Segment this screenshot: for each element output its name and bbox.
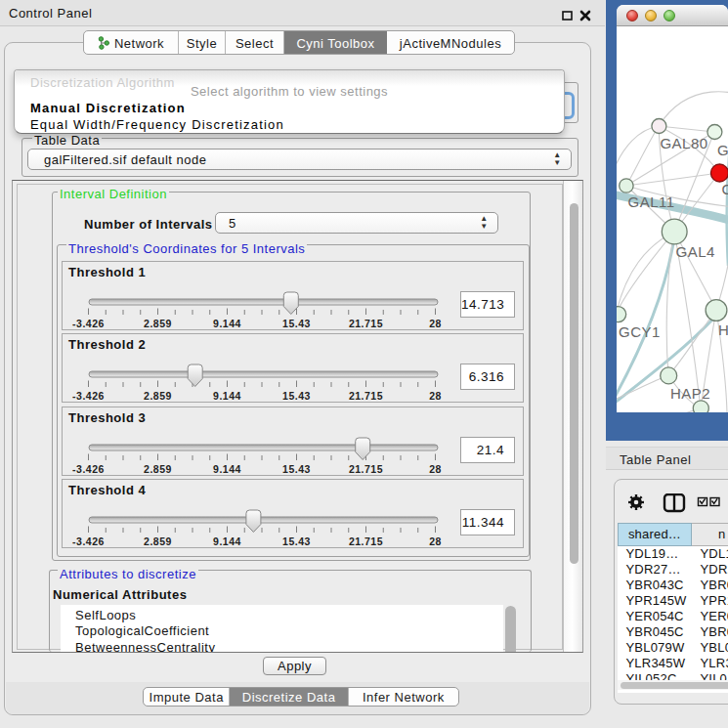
svg-text:2.859: 2.859 bbox=[144, 390, 172, 402]
svg-text:15.43: 15.43 bbox=[282, 318, 311, 329]
svg-text:21.715: 21.715 bbox=[349, 318, 383, 329]
svg-text:-3.426: -3.426 bbox=[72, 318, 105, 329]
svg-text:GAL4: GAL4 bbox=[676, 243, 715, 260]
svg-text:9.144: 9.144 bbox=[213, 390, 241, 402]
svg-text:-3.426: -3.426 bbox=[72, 535, 105, 547]
svg-text:9.144: 9.144 bbox=[213, 535, 241, 547]
svg-text:2.859: 2.859 bbox=[144, 318, 172, 329]
svg-text:28: 28 bbox=[429, 535, 442, 547]
svg-text:GAL11: GAL11 bbox=[628, 193, 675, 210]
svg-text:HAP2: HAP2 bbox=[670, 385, 710, 402]
svg-text:28: 28 bbox=[429, 463, 442, 475]
svg-text:21.715: 21.715 bbox=[349, 463, 383, 475]
svg-text:15.43: 15.43 bbox=[282, 390, 311, 402]
svg-text:9.144: 9.144 bbox=[213, 318, 241, 329]
svg-text:2.859: 2.859 bbox=[144, 463, 172, 475]
svg-text:G.: G. bbox=[717, 142, 728, 158]
svg-text:28: 28 bbox=[429, 318, 442, 329]
svg-text:15.43: 15.43 bbox=[282, 463, 311, 475]
svg-text:GAL80: GAL80 bbox=[660, 135, 707, 151]
svg-text:15.43: 15.43 bbox=[282, 535, 311, 547]
svg-text:28: 28 bbox=[429, 390, 442, 402]
svg-text:C: C bbox=[722, 181, 728, 197]
svg-text:21.715: 21.715 bbox=[349, 535, 383, 547]
svg-text:21.715: 21.715 bbox=[349, 390, 383, 402]
svg-text:-3.426: -3.426 bbox=[72, 390, 105, 402]
svg-text:-3.426: -3.426 bbox=[72, 463, 105, 475]
svg-text:GCY1: GCY1 bbox=[619, 323, 661, 340]
svg-text:2.859: 2.859 bbox=[144, 535, 172, 547]
svg-text:H: H bbox=[718, 321, 728, 338]
svg-text:9.144: 9.144 bbox=[213, 463, 241, 475]
